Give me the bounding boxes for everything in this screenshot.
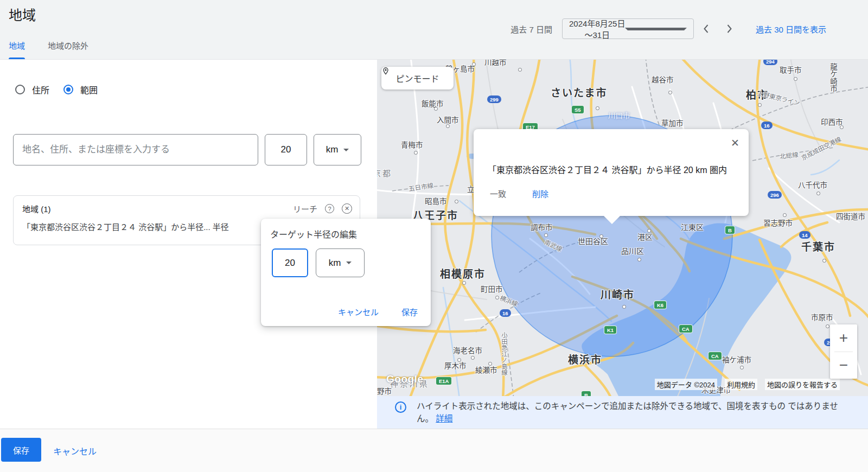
- map-city-dot: [668, 91, 672, 94]
- highlight-notice-bar: i ハイライト表示された地域は、このキャンペーンで追加または除外できる地域で、国…: [377, 396, 868, 429]
- radio-address-label[interactable]: 住所: [32, 83, 49, 96]
- pin-icon: [381, 67, 390, 75]
- map-city-dot: [462, 281, 466, 285]
- map-city-dot: [446, 124, 450, 128]
- edit-radius-value-input[interactable]: [272, 248, 308, 277]
- map-label: 印西市: [821, 116, 843, 127]
- radio-radius[interactable]: 範囲: [63, 83, 98, 96]
- cancel-button[interactable]: キャンセル: [53, 444, 97, 457]
- radio-radius-label[interactable]: 範囲: [80, 83, 98, 96]
- map-label: 川口市: [608, 110, 630, 120]
- map-city-dot: [455, 200, 458, 203]
- map-route-badge: S5: [571, 105, 584, 114]
- page-title: 地域: [9, 4, 36, 24]
- map-label: 世田谷区: [578, 235, 608, 246]
- map-label: 東京都: [377, 167, 392, 178]
- remove-region-icon[interactable]: ✕: [342, 203, 352, 214]
- map-label: 越谷市: [652, 74, 674, 85]
- radius-unit-select[interactable]: km: [314, 134, 361, 165]
- map-label: 袖ケ浦市: [722, 354, 751, 365]
- save-button[interactable]: 保存: [1, 438, 41, 462]
- info-window-text: 「東京都渋谷区渋谷２丁目２４ 渋谷駅」から半径 20 km 圏内: [488, 163, 727, 176]
- chevron-right-icon: [726, 23, 733, 34]
- map-route-badge: 299: [487, 95, 501, 103]
- map-label: 龍ケ崎市: [827, 63, 838, 92]
- pin-mode-label: ピンモード: [395, 72, 439, 85]
- map-route-badge: 16: [500, 309, 511, 317]
- map-label: 草加市: [661, 117, 684, 128]
- edit-radius-popup: ターゲット半径の編集 km キャンセル 保存: [261, 219, 431, 326]
- map-city-dot: [457, 358, 461, 362]
- footer-action-bar: 保存 キャンセル: [0, 429, 868, 472]
- map-label: 四街道市: [836, 211, 865, 221]
- map-label: 野市: [377, 385, 392, 396]
- map-label: 海老名市: [453, 345, 482, 355]
- radio-address-circle[interactable]: [15, 85, 25, 94]
- edit-radius-unit-select[interactable]: km: [316, 248, 365, 277]
- zoom-in-button[interactable]: +: [830, 324, 857, 352]
- help-icon[interactable]: ?: [325, 204, 334, 213]
- map-city-dot: [518, 68, 522, 72]
- edit-radius-cancel-button[interactable]: キャンセル: [338, 306, 379, 317]
- match-button[interactable]: 一致: [490, 188, 506, 199]
- close-icon[interactable]: ✕: [731, 137, 739, 149]
- notice-text: ハイライト表示された地域は、このキャンペーンで追加または除外できる地域で、国境を…: [417, 400, 851, 425]
- radius-value-input[interactable]: [265, 134, 307, 165]
- tab-regions[interactable]: 地域: [9, 40, 25, 59]
- date-next-button[interactable]: [718, 18, 742, 39]
- info-icon: i: [395, 401, 406, 413]
- map-label: 町田市: [481, 283, 503, 294]
- notice-details-link[interactable]: 詳細: [436, 414, 452, 423]
- map-city-dot: [495, 296, 499, 299]
- radio-address[interactable]: 住所: [15, 83, 49, 96]
- map-city-dot: [488, 362, 492, 366]
- map-label: 飯能市: [422, 98, 444, 109]
- date-prev-button[interactable]: [694, 18, 718, 39]
- radio-radius-circle[interactable]: [63, 85, 73, 94]
- date-range-value: 2024年8月25日～31日: [569, 17, 626, 40]
- map-label: 相模原市: [440, 266, 486, 280]
- map-route-badge: K6: [654, 301, 667, 309]
- map-label: 品川区: [621, 245, 644, 256]
- map-city-dot: [822, 259, 826, 263]
- map-label: 八千代市: [798, 179, 827, 190]
- delete-button[interactable]: 削除: [532, 188, 548, 199]
- tab-excluded-regions[interactable]: 地域の除外: [48, 40, 88, 59]
- map-city-dot: [596, 106, 599, 110]
- map-label: 江東区: [681, 221, 704, 232]
- map-city-dot: [622, 305, 626, 309]
- edit-radius-save-button[interactable]: 保存: [401, 306, 418, 317]
- chevron-down-icon: [346, 261, 352, 264]
- header: 地域 地域 地域の除外 過去 7 日間 2024年8月25日～31日 過去 30…: [0, 0, 868, 60]
- region-list-title: 地域 (1): [22, 203, 51, 214]
- map-city-dot: [826, 324, 829, 328]
- map-city-dot: [414, 151, 418, 155]
- map-label: 川崎市: [601, 286, 635, 301]
- location-search-input[interactable]: [13, 134, 258, 165]
- map-route-badge: E1A: [436, 377, 452, 385]
- reach-column-label: リーチ: [293, 203, 317, 214]
- map[interactable]: 鶴ヶ島市川越市飯能市入間市青梅市東京都五日市線昭島市立川八王子市さいたま市越谷市…: [377, 60, 868, 396]
- show-30-days-link[interactable]: 過去 30 日間を表示: [756, 23, 826, 35]
- map-city-dot: [783, 213, 787, 217]
- zoom-out-button[interactable]: −: [830, 352, 857, 379]
- radius-unit-value: km: [326, 144, 339, 155]
- location-targeting-page: 地域 地域 地域の除外 過去 7 日間 2024年8月25日～31日 過去 30…: [0, 0, 868, 472]
- map-label: 港区: [637, 231, 653, 242]
- google-logo[interactable]: Google: [386, 373, 423, 385]
- map-data-copyright: 地図データ ©2024: [655, 379, 717, 390]
- map-label: 小田急江ノ島線: [500, 332, 508, 376]
- report-map-error-link[interactable]: 地図の誤りを報告する: [765, 379, 840, 390]
- region-list-item[interactable]: 「東京都渋谷区渋谷２丁目２４ 渋谷駅」から半径... 半径: [22, 221, 229, 232]
- date-range-select[interactable]: 2024年8月25日～31日: [562, 18, 694, 39]
- map-column: 鶴ヶ島市川越市飯能市入間市青梅市東京都五日市線昭島市立川八王子市さいたま市越谷市…: [377, 60, 868, 429]
- chevron-down-icon: [625, 28, 687, 30]
- edit-radius-unit-value: km: [329, 258, 341, 269]
- map-city-dot: [794, 77, 797, 81]
- pin-mode-button[interactable]: ピンモード: [381, 67, 454, 90]
- map-label: 青梅市: [401, 139, 423, 150]
- terms-link[interactable]: 利用規約: [725, 379, 757, 390]
- map-route-badge: 14: [799, 231, 810, 239]
- map-label: 川越市: [484, 60, 507, 67]
- map-label: 横浜市: [568, 352, 602, 366]
